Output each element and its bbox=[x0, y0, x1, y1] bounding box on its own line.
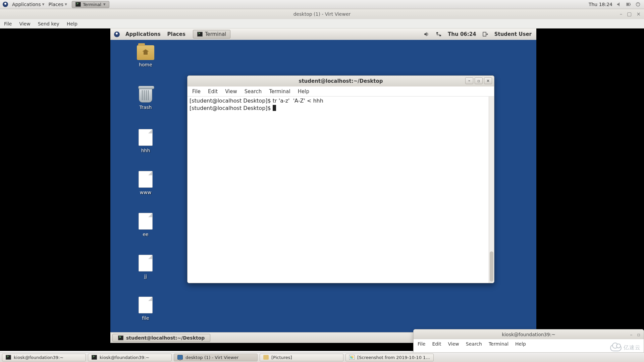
vm-taskbar-terminal[interactable]: student@localhost:~/Desktop bbox=[112, 334, 210, 342]
close-button[interactable]: × bbox=[484, 77, 492, 84]
battery-icon[interactable] bbox=[626, 2, 631, 7]
minimize-button[interactable]: – bbox=[630, 332, 633, 337]
virt-viewer-titlebar[interactable]: desktop (1) - Virt Viewer – ▢ × bbox=[0, 9, 644, 19]
kiosk-terminal-titlebar[interactable]: kiosk@foundation39:~ – ▫ bbox=[414, 329, 644, 339]
fedora-icon bbox=[3, 2, 8, 7]
folder-icon bbox=[263, 355, 269, 360]
host-applications-menu[interactable]: Applications▼ bbox=[10, 2, 46, 7]
gt-edit-menu[interactable]: Edit bbox=[208, 88, 218, 95]
taskbar-virt-viewer[interactable]: desktop (1) - Virt Viewer bbox=[174, 354, 258, 361]
kt-terminal-menu[interactable]: Terminal bbox=[489, 341, 508, 347]
vv-help-menu[interactable]: Help bbox=[67, 21, 77, 26]
image-icon bbox=[349, 355, 355, 360]
volume-icon[interactable] bbox=[424, 31, 430, 37]
gt-view-menu[interactable]: View bbox=[225, 88, 237, 95]
taskbar-screenshot[interactable]: [Screenshot from 2019-10-10 1... bbox=[345, 354, 434, 361]
power-icon[interactable] bbox=[635, 2, 641, 7]
kt-edit-menu[interactable]: Edit bbox=[432, 341, 441, 347]
gt-terminal-menu[interactable]: Terminal bbox=[269, 88, 290, 95]
kt-view-menu[interactable]: View bbox=[448, 341, 459, 347]
vv-file-menu[interactable]: File bbox=[4, 21, 12, 26]
watermark: 亿速云 bbox=[610, 344, 641, 351]
file-icon bbox=[139, 129, 153, 146]
kt-file-menu[interactable]: File bbox=[418, 341, 425, 347]
svg-rect-7 bbox=[483, 32, 486, 36]
fedora-icon bbox=[114, 32, 120, 37]
kiosk-terminal-title: kiosk@foundation39:~ bbox=[502, 332, 555, 337]
svg-rect-5 bbox=[436, 32, 438, 34]
gnome-terminal-titlebar[interactable]: student@localhost:~/Desktop – ▫ × bbox=[187, 76, 494, 86]
vm-top-panel: Applications Places Terminal Thu 06:24 S… bbox=[110, 28, 536, 40]
gt-search-menu[interactable]: Search bbox=[245, 88, 262, 95]
desktop-icon-trash[interactable]: Trash bbox=[130, 87, 161, 110]
gnome-terminal-menubar: File Edit View Search Terminal Help bbox=[187, 86, 494, 97]
scrollbar[interactable] bbox=[489, 97, 494, 283]
host-clock[interactable]: Thu 18:24 bbox=[589, 2, 612, 7]
monitor-icon bbox=[177, 355, 183, 360]
vm-applications-menu[interactable]: Applications bbox=[122, 31, 164, 37]
minimize-button[interactable]: – bbox=[620, 11, 623, 17]
vv-view-menu[interactable]: View bbox=[19, 21, 30, 26]
close-button[interactable]: × bbox=[636, 11, 641, 17]
vm-places-menu[interactable]: Places bbox=[164, 31, 189, 37]
kiosk-terminal-menubar: File Edit View Search Terminal Help bbox=[414, 339, 644, 349]
network-icon[interactable] bbox=[436, 31, 442, 37]
kiosk-terminal-window[interactable]: kiosk@foundation39:~ – ▫ File Edit View … bbox=[413, 329, 644, 353]
file-icon bbox=[139, 255, 153, 272]
desktop-icon-file[interactable]: file bbox=[130, 297, 161, 321]
gt-help-menu[interactable]: Help bbox=[298, 88, 309, 95]
vv-sendkey-menu[interactable]: Send key bbox=[38, 21, 59, 26]
terminal-icon bbox=[6, 355, 11, 360]
minimize-button[interactable]: – bbox=[465, 77, 473, 84]
kt-help-menu[interactable]: Help bbox=[515, 341, 526, 347]
taskbar-kiosk-2[interactable]: kiosk@foundation39:~ bbox=[88, 354, 172, 361]
vm-desktop[interactable]: Applications Places Terminal Thu 06:24 S… bbox=[110, 28, 536, 343]
host-taskbar: kiosk@foundation39:~ kiosk@foundation39:… bbox=[0, 352, 644, 362]
trash-icon bbox=[139, 87, 152, 103]
terminal-icon bbox=[92, 355, 97, 360]
maximize-button[interactable]: ▫ bbox=[475, 77, 483, 84]
maximize-button[interactable]: ▢ bbox=[627, 11, 632, 17]
terminal-icon bbox=[197, 32, 203, 37]
terminal-icon bbox=[75, 2, 81, 7]
maximize-button[interactable]: ▫ bbox=[637, 332, 641, 337]
desktop-icon-home[interactable]: home bbox=[130, 45, 161, 67]
svg-rect-4 bbox=[638, 2, 638, 4]
logout-icon bbox=[482, 31, 488, 37]
cursor-icon bbox=[273, 105, 276, 111]
cloud-icon bbox=[610, 345, 622, 351]
volume-icon[interactable] bbox=[616, 2, 622, 7]
gnome-terminal-title: student@localhost:~/Desktop bbox=[299, 78, 383, 84]
gt-file-menu[interactable]: File bbox=[192, 88, 201, 95]
gnome-terminal-window[interactable]: student@localhost:~/Desktop – ▫ × File E… bbox=[187, 75, 494, 283]
folder-icon bbox=[137, 45, 154, 60]
kt-search-menu[interactable]: Search bbox=[466, 341, 482, 347]
host-top-panel: Applications▼ Places▼ Terminal▼ Thu 18:2… bbox=[0, 0, 644, 9]
desktop-icon-www[interactable]: www bbox=[130, 171, 161, 195]
terminal-output[interactable]: [student@localhost Desktop]$ tr 'a-z' 'A… bbox=[187, 97, 489, 283]
taskbar-kiosk-1[interactable]: kiosk@foundation39:~ bbox=[2, 354, 86, 361]
terminal-icon bbox=[118, 336, 123, 340]
vm-black-frame: Applications Places Terminal Thu 06:24 S… bbox=[0, 28, 644, 351]
svg-rect-2 bbox=[627, 3, 629, 5]
svg-rect-1 bbox=[630, 4, 631, 5]
desktop-icon-jj[interactable]: jj bbox=[130, 255, 161, 279]
vm-terminal-task[interactable]: Terminal bbox=[193, 30, 230, 39]
virt-viewer-title: desktop (1) - Virt Viewer bbox=[293, 11, 351, 17]
virt-viewer-window: desktop (1) - Virt Viewer – ▢ × File Vie… bbox=[0, 9, 644, 351]
vm-user-label[interactable]: Student User bbox=[494, 31, 532, 37]
desktop-icon-ee[interactable]: ee bbox=[130, 213, 161, 237]
file-icon bbox=[139, 171, 153, 188]
file-icon bbox=[139, 297, 153, 313]
host-terminal-task[interactable]: Terminal▼ bbox=[72, 1, 109, 8]
host-places-menu[interactable]: Places▼ bbox=[46, 2, 69, 7]
vm-clock[interactable]: Thu 06:24 bbox=[448, 31, 476, 37]
desktop-icon-hhh[interactable]: hhh bbox=[130, 129, 161, 153]
file-icon bbox=[139, 213, 153, 230]
scrollbar-thumb[interactable] bbox=[490, 251, 493, 282]
virt-viewer-menubar: File View Send key Help bbox=[0, 19, 644, 28]
taskbar-pictures[interactable]: [Pictures] bbox=[260, 354, 343, 361]
